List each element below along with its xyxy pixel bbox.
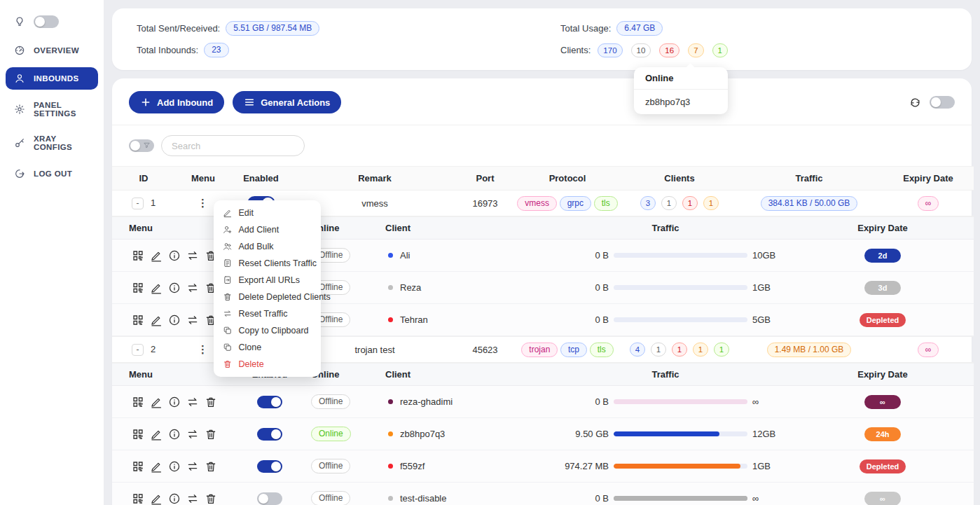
- stat-total-inbounds: Total Inbounds: 23: [137, 43, 560, 58]
- reset-traffic-icon[interactable]: [186, 492, 199, 505]
- qr-code-icon[interactable]: [132, 460, 144, 473]
- search-input[interactable]: [161, 135, 305, 156]
- header-expiry: Expiry Date: [883, 167, 974, 191]
- toggle-knob: [271, 462, 281, 471]
- clients-count-badge[interactable]: 170: [598, 43, 622, 57]
- client-row-f559zf: Offline f559zf 974.27 MB 1GB Depleted: [112, 450, 974, 483]
- edit-icon[interactable]: [150, 396, 163, 408]
- qr-code-icon[interactable]: [132, 282, 144, 294]
- menu-item-add-bulk[interactable]: Add Bulk: [216, 238, 318, 255]
- menu-item-reset-clients-traffic[interactable]: Reset Clients Traffic: [216, 255, 318, 272]
- reset-traffic-icon[interactable]: [186, 282, 199, 294]
- add-bulk-icon: [223, 242, 233, 251]
- clients-count-badge[interactable]: 7: [688, 43, 703, 57]
- client-actions: [115, 305, 228, 334]
- clients-count-badge[interactable]: 16: [659, 43, 679, 57]
- edit-icon[interactable]: [150, 282, 163, 294]
- sidebar-item-overview[interactable]: OVERVIEW: [6, 39, 98, 62]
- toggle-knob: [271, 397, 281, 407]
- delete-icon[interactable]: [205, 460, 217, 473]
- menu-item-delete-depleted-clients[interactable]: Delete Depleted Clients: [216, 289, 318, 305]
- sidebar-item-logout[interactable]: LOG OUT: [6, 162, 98, 185]
- clients-count-badge[interactable]: 1: [712, 43, 728, 57]
- row-menu-button[interactable]: ⋮: [198, 197, 209, 209]
- row-menu-button[interactable]: ⋮: [198, 343, 209, 355]
- qr-code-icon[interactable]: [132, 314, 144, 326]
- qr-code-icon[interactable]: [132, 428, 144, 441]
- info-icon[interactable]: [168, 314, 181, 326]
- stat-label: Total Sent/Received:: [137, 23, 220, 34]
- sidebar-item-label: PANEL SETTINGS: [34, 101, 90, 118]
- menu-item-delete[interactable]: Delete: [216, 356, 318, 373]
- delete-icon[interactable]: [205, 396, 217, 408]
- collapse-button[interactable]: -: [132, 198, 144, 209]
- sidebar-item-xray-configs[interactable]: XRAY CONFIGS: [6, 129, 98, 157]
- refresh-icon[interactable]: [909, 97, 921, 109]
- theme-toggle[interactable]: [34, 15, 59, 28]
- general-actions-button[interactable]: General Actions: [233, 91, 341, 113]
- client-name: Ali: [400, 250, 410, 261]
- menu-item-edit[interactable]: Edit: [216, 205, 318, 221]
- edit-icon[interactable]: [150, 314, 163, 326]
- reset-traffic-icon[interactable]: [186, 249, 199, 262]
- client-name-cell: Ali: [381, 241, 537, 270]
- menu-item-reset-traffic[interactable]: Reset Traffic: [216, 305, 318, 322]
- expiry-pill: ∞: [864, 395, 901, 409]
- qr-code-icon[interactable]: [132, 249, 144, 262]
- popover-title: Online: [634, 67, 728, 90]
- sidebar-item-inbounds[interactable]: INBOUNDS: [6, 67, 98, 90]
- edit-icon[interactable]: [150, 428, 163, 441]
- traffic-used: 0 B: [542, 493, 609, 504]
- client-actions: [115, 387, 228, 416]
- reset-traffic-icon[interactable]: [186, 396, 199, 408]
- filter-funnel-icon: [143, 141, 151, 149]
- protocol-tags: trojan tcp tls: [511, 337, 623, 363]
- client-traffic: 9.50 GB 12GB: [542, 420, 789, 448]
- menu-item-clone[interactable]: Clone: [216, 339, 318, 356]
- delete-icon[interactable]: [205, 492, 217, 505]
- auto-refresh-toggle[interactable]: [930, 96, 955, 109]
- edit-icon: [223, 208, 233, 218]
- protocol-tag: grpc: [560, 196, 591, 211]
- info-icon[interactable]: [168, 249, 181, 262]
- menu-item-export-all-urls[interactable]: Export All URLs: [216, 272, 318, 289]
- collapse-button[interactable]: -: [132, 344, 144, 356]
- header-port: Port: [459, 167, 511, 191]
- reset-traffic-icon[interactable]: [186, 460, 199, 473]
- info-icon[interactable]: [168, 282, 181, 294]
- online-status-badge: Offline: [311, 394, 350, 409]
- reset-traffic-icon[interactable]: [186, 428, 199, 441]
- toolbar-right: [909, 96, 955, 109]
- traffic-badge: 1.49 MB / 1.00 GB: [767, 343, 852, 357]
- search-row: [112, 125, 972, 166]
- client-enabled-toggle[interactable]: [257, 460, 282, 473]
- client-enabled-toggle[interactable]: [257, 492, 282, 505]
- menu-item-copy-to-clipboard[interactable]: Copy to Clipboard: [216, 322, 318, 339]
- filter-toggle[interactable]: [129, 139, 154, 152]
- client-enabled-toggle[interactable]: [257, 428, 282, 441]
- info-icon[interactable]: [168, 428, 181, 441]
- qr-code-icon[interactable]: [132, 492, 144, 505]
- add-inbound-button[interactable]: Add Inbound: [129, 91, 224, 113]
- client-name-cell: reza-ghadimi: [381, 387, 537, 416]
- edit-icon[interactable]: [150, 249, 163, 262]
- reset-traffic-icon[interactable]: [186, 314, 199, 326]
- client-enabled-toggle[interactable]: [257, 396, 282, 408]
- table-header-row: ID Menu Enabled Remark Port Protocol Cli…: [112, 167, 974, 191]
- clients-count-badge[interactable]: 10: [631, 43, 651, 57]
- traffic-used: 0 B: [542, 396, 609, 407]
- online-status-badge: Offline: [311, 491, 350, 505]
- info-icon[interactable]: [168, 396, 181, 408]
- edit-icon[interactable]: [150, 492, 163, 505]
- info-icon[interactable]: [168, 492, 181, 505]
- menu-item-add-client[interactable]: Add Client: [216, 221, 318, 238]
- traffic-used: 0 B: [542, 282, 609, 293]
- info-icon[interactable]: [168, 460, 181, 473]
- delete-icon[interactable]: [205, 428, 217, 441]
- client-name-cell: test-disable: [381, 484, 537, 505]
- sidebar-item-panel-settings[interactable]: PANEL SETTINGS: [6, 95, 98, 123]
- protocol-tag: vmess: [517, 196, 557, 211]
- qr-code-icon[interactable]: [132, 396, 144, 408]
- edit-icon[interactable]: [150, 460, 163, 473]
- header-traffic: Traffic: [736, 167, 883, 191]
